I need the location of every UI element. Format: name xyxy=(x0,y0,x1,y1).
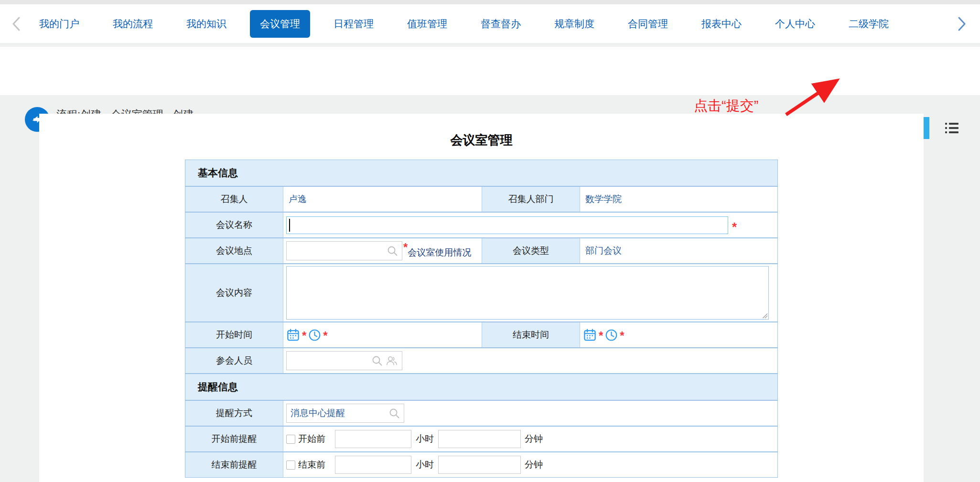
row-meeting-place: 会议地点 * 会议室使用情况 会议类型 部门会议 xyxy=(185,237,777,263)
row-convener: 召集人 卢逸 召集人部门 数学学院 xyxy=(185,186,777,212)
end-date-picker-button[interactable] xyxy=(583,328,597,342)
end-time-picker-button[interactable] xyxy=(605,329,618,342)
nav-tab[interactable]: 我的流程 xyxy=(113,17,153,31)
remind-before-end-cell: 结束前 小时 分钟 xyxy=(283,452,777,477)
remind-method-value-field[interactable] xyxy=(287,408,386,418)
nav-tab[interactable]: 个人中心 xyxy=(775,17,815,31)
annotation-arrow-icon xyxy=(763,71,873,126)
hour-unit-label: 小时 xyxy=(416,459,434,471)
hour-unit-label: 小时 xyxy=(416,433,434,445)
remind-before-end-minute-input[interactable] xyxy=(438,456,521,474)
nav-tab[interactable]: 合同管理 xyxy=(628,17,668,31)
section-row-reminder: 提醒信息 xyxy=(185,373,777,400)
meeting-place-label: 会议地点 xyxy=(185,238,283,263)
start-date-required-asterisk: * xyxy=(302,330,306,342)
meeting-place-hint: 会议室使用情况 xyxy=(408,246,471,259)
start-time-picker-button[interactable] xyxy=(308,329,321,342)
nav-tab[interactable]: 督查督办 xyxy=(481,17,521,31)
meeting-place-cell: * 会议室使用情况 xyxy=(283,238,482,263)
meeting-content-cell xyxy=(283,264,777,321)
nav-tabs: 我的门户我的流程我的知识会议管理日程管理值班管理督查督办规章制度合同管理报表中心… xyxy=(39,17,889,31)
search-icon xyxy=(388,407,400,419)
resize-handle-icon[interactable] xyxy=(762,312,768,319)
nav-tab[interactable]: 报表中心 xyxy=(701,17,742,31)
convener-value: 卢逸 xyxy=(283,187,482,212)
start-time-label: 开始时间 xyxy=(185,322,283,347)
start-clock-required-asterisk: * xyxy=(323,330,327,342)
remind-before-start-checkbox[interactable] xyxy=(286,435,295,444)
row-time: 开始时间 * xyxy=(185,321,777,347)
remind-before-end-checkbox-label: 结束前 xyxy=(298,459,325,471)
convener-dept-value: 数学学院 xyxy=(580,187,777,212)
convener-dept-label: 召集人部门 xyxy=(482,187,580,212)
nav-tab[interactable]: 会议管理 xyxy=(250,10,310,38)
end-time-label: 结束时间 xyxy=(482,322,580,347)
remind-before-start-hour-input[interactable] xyxy=(335,430,411,448)
annotation-text: 点击“提交” xyxy=(694,96,758,116)
row-attendees: 参会人员 xyxy=(185,347,777,373)
top-strip xyxy=(0,0,980,4)
people-icon xyxy=(386,355,398,366)
nav-scroll-right-button[interactable] xyxy=(957,16,967,32)
nav-tab[interactable]: 我的门户 xyxy=(39,17,79,31)
chevron-right-icon xyxy=(957,16,967,32)
meeting-name-required-asterisk: * xyxy=(732,221,737,233)
remind-method-input[interactable] xyxy=(286,404,404,423)
minute-unit-label: 分钟 xyxy=(525,459,543,471)
nav-tab[interactable]: 规章制度 xyxy=(554,17,594,31)
convener-label: 召集人 xyxy=(185,187,283,212)
section-basic-title: 基本信息 xyxy=(185,160,777,186)
row-remind-method: 提醒方式 xyxy=(185,400,777,426)
form-panel: 会议室管理 基本信息 召集人 卢逸 召集人部门 数学学院 会议名称 * 会议地点 xyxy=(39,114,924,482)
section-row-basic: 基本信息 xyxy=(185,160,777,186)
clock-icon xyxy=(308,329,321,342)
meeting-place-input[interactable] xyxy=(286,241,402,260)
remind-before-start-minute-input[interactable] xyxy=(438,430,521,448)
end-time-cell: * * xyxy=(580,322,777,347)
top-nav: 我的门户我的流程我的知识会议管理日程管理值班管理督查督办规章制度合同管理报表中心… xyxy=(0,4,980,43)
meeting-form-table: 基本信息 召集人 卢逸 召集人部门 数学学院 会议名称 * 会议地点 xyxy=(185,160,778,478)
remind-method-cell xyxy=(283,401,777,426)
section-reminder-title: 提醒信息 xyxy=(185,374,777,400)
remind-before-start-cell: 开始前 小时 分钟 xyxy=(283,427,777,451)
attendees-input[interactable] xyxy=(286,351,402,370)
nav-tab[interactable]: 日程管理 xyxy=(334,17,374,31)
attendees-label: 参会人员 xyxy=(185,348,283,373)
clock-icon xyxy=(605,329,618,342)
search-icon xyxy=(387,245,398,257)
row-remind-before-start: 开始前提醒 开始前 小时 分钟 xyxy=(185,426,777,451)
end-clock-required-asterisk: * xyxy=(620,330,624,342)
search-icon xyxy=(371,355,383,366)
remind-before-end-checkbox[interactable] xyxy=(286,461,295,470)
meeting-place-required-asterisk: * xyxy=(403,242,408,253)
row-meeting-name: 会议名称 * xyxy=(185,212,777,237)
list-menu-icon xyxy=(944,122,959,134)
nav-scroll-left-button[interactable] xyxy=(11,16,21,32)
minute-unit-label: 分钟 xyxy=(525,433,543,445)
chevron-left-icon xyxy=(11,16,21,32)
more-menu-button[interactable] xyxy=(944,122,959,136)
remind-before-start-label: 开始前提醒 xyxy=(185,427,283,451)
nav-tab[interactable]: 二级学院 xyxy=(849,17,889,31)
remind-before-end-label: 结束前提醒 xyxy=(185,452,283,477)
start-date-picker-button[interactable] xyxy=(286,328,300,342)
meeting-content-label: 会议内容 xyxy=(185,264,283,321)
row-remind-before-end: 结束前提醒 结束前 小时 分钟 xyxy=(185,451,777,477)
nav-tab[interactable]: 我的知识 xyxy=(186,17,226,31)
meeting-type-value: 部门会议 xyxy=(580,238,777,263)
page: { "colors": { "nav_active_bg": "#0a6cc0"… xyxy=(0,0,980,482)
meeting-name-cell: * xyxy=(283,213,777,237)
row-meeting-content: 会议内容 xyxy=(185,263,777,321)
end-date-required-asterisk: * xyxy=(599,330,603,342)
start-time-cell: * * xyxy=(283,322,482,347)
remind-method-label: 提醒方式 xyxy=(185,401,283,426)
calendar-icon xyxy=(286,328,300,342)
attendees-cell xyxy=(283,348,777,373)
calendar-icon xyxy=(583,328,597,342)
meeting-content-textarea[interactable] xyxy=(286,266,769,320)
remind-before-end-hour-input[interactable] xyxy=(335,456,411,474)
nav-tab[interactable]: 值班管理 xyxy=(407,17,447,31)
meeting-name-input[interactable] xyxy=(286,216,728,234)
remind-before-start-checkbox-label: 开始前 xyxy=(298,433,325,445)
meeting-name-label: 会议名称 xyxy=(185,213,283,237)
